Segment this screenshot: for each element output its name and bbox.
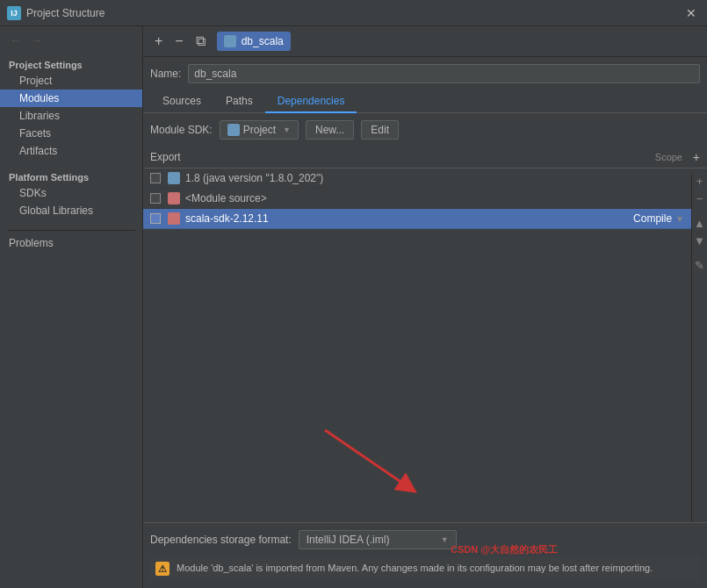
dep-row-name: scala-sdk-2.12.11 [185, 212, 605, 225]
warning-icon: ⚠ [155, 562, 170, 576]
table-row[interactable]: scala-sdk-2.12.11 Compile ▼ [143, 209, 691, 229]
dep-scala-icon [168, 212, 180, 225]
content-area: + − ⧉ db_scala Name: Sources Paths Depen… [143, 26, 707, 588]
sidebar-nav: ← → [0, 30, 142, 54]
dep-src-icon [168, 192, 180, 204]
sdk-row: Module SDK: Project ▼ New... Edit [143, 113, 707, 147]
storage-label: Dependencies storage format: [150, 534, 292, 546]
module-list-item[interactable]: db_scala [217, 32, 291, 51]
dep-jdk-icon [168, 172, 180, 184]
sdk-new-button[interactable]: New... [306, 120, 354, 140]
title-bar: IJ Project Structure ✕ [0, 0, 707, 26]
copy-module-button[interactable]: ⧉ [191, 32, 210, 51]
sidebar-item-problems[interactable]: Problems [0, 234, 142, 252]
app-icon-label: IJ [11, 9, 18, 18]
side-edit-button[interactable]: ✎ [694, 259, 706, 273]
name-label: Name: [150, 68, 181, 80]
scope-dropdown-arrow: ▼ [675, 214, 684, 224]
main-layout: ← → Project Settings Project Modules Lib… [0, 26, 707, 588]
sidebar-item-libraries[interactable]: Libraries [0, 107, 142, 125]
sidebar: ← → Project Settings Project Modules Lib… [0, 26, 143, 588]
scope-header: Scope [655, 152, 682, 162]
storage-row: Dependencies storage format: IntelliJ ID… [150, 530, 700, 549]
sdk-dropdown-icon [227, 124, 240, 136]
tab-sources[interactable]: Sources [150, 90, 213, 113]
dep-rows: 1.8 (java version "1.8.0_202") <Module s… [143, 169, 707, 522]
add-module-button[interactable]: + [150, 32, 167, 51]
remove-module-button[interactable]: − [170, 32, 187, 51]
name-input[interactable] [188, 64, 700, 83]
table-row[interactable]: 1.8 (java version "1.8.0_202") [143, 169, 691, 189]
add-dep-button[interactable]: + [693, 150, 700, 164]
window-title: Project Structure [26, 7, 682, 19]
platform-settings-label: Platform Settings [0, 167, 142, 184]
storage-dropdown[interactable]: IntelliJ IDEA (.iml) ▼ [299, 530, 457, 549]
dep-row-name: 1.8 (java version "1.8.0_202") [185, 172, 605, 184]
dep-scope-container[interactable]: Compile ▼ [605, 212, 684, 225]
side-scroll-down-button[interactable]: ▼ [694, 234, 706, 248]
close-button[interactable]: ✕ [682, 6, 700, 20]
sidebar-item-facets[interactable]: Facets [0, 125, 142, 142]
table-side-actions: + − ▲ ▼ ✎ [691, 173, 707, 522]
dep-checkbox[interactable] [150, 173, 161, 183]
warning-text: Module 'db_scala' is imported from Maven… [177, 562, 695, 575]
sidebar-item-artifacts[interactable]: Artifacts [0, 142, 142, 160]
tab-dependencies[interactable]: Dependencies [265, 90, 357, 113]
table-row[interactable]: <Module source> [143, 189, 691, 209]
side-remove-button[interactable]: − [694, 192, 706, 206]
storage-dropdown-arrow: ▼ [441, 535, 449, 544]
dep-row-name: <Module source> [185, 192, 605, 204]
sdk-edit-button[interactable]: Edit [361, 120, 399, 140]
storage-value: IntelliJ IDEA (.iml) [307, 534, 390, 546]
dependencies-table-container: Export Scope + 1.8 (j [143, 147, 707, 522]
sidebar-item-global-libraries[interactable]: Global Libraries [0, 202, 142, 219]
sdk-label: Module SDK: [150, 124, 213, 136]
nav-back-button[interactable]: ← [7, 32, 25, 49]
side-add-button[interactable]: + [694, 175, 706, 189]
warning-row: ⚠ Module 'db_scala' is imported from Mav… [150, 556, 700, 581]
dep-checkbox[interactable] [150, 193, 161, 204]
export-header: Export [150, 151, 181, 163]
sidebar-item-sdks[interactable]: SDKs [0, 184, 142, 202]
name-row: Name: [143, 64, 707, 90]
dep-checkbox[interactable] [150, 213, 161, 224]
sidebar-item-project[interactable]: Project [0, 72, 142, 90]
right-panel: Name: Sources Paths Dependencies Module … [143, 57, 707, 588]
sidebar-item-modules[interactable]: Modules [0, 90, 142, 107]
sdk-dropdown-value: Project [243, 124, 276, 136]
content-toolbar: + − ⧉ db_scala [143, 26, 707, 57]
tab-paths[interactable]: Paths [213, 90, 265, 113]
app-icon: IJ [7, 6, 21, 20]
side-scroll-up-button[interactable]: ▲ [694, 217, 706, 231]
bottom-section: Dependencies storage format: IntelliJ ID… [143, 522, 707, 588]
project-settings-label: Project Settings [0, 54, 142, 72]
sdk-dropdown[interactable]: Project ▼ [220, 120, 299, 140]
tabs-row: Sources Paths Dependencies [143, 90, 707, 113]
sdk-dropdown-arrow: ▼ [283, 125, 291, 134]
module-icon [224, 35, 236, 47]
table-header: Export Scope + [143, 147, 707, 169]
nav-forward-button[interactable]: → [28, 32, 46, 49]
module-name: db_scala [242, 35, 284, 47]
